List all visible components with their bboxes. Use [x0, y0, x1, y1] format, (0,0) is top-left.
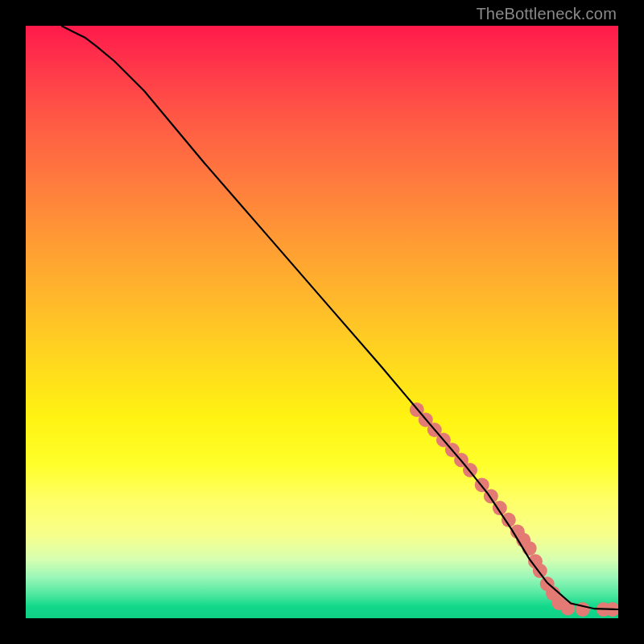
scatter-dot	[502, 513, 516, 527]
scatter-dot	[445, 443, 460, 457]
scatter-dot	[436, 433, 451, 448]
scatter-dot	[605, 602, 618, 617]
scatter-dot	[597, 602, 611, 617]
main-curve	[61, 26, 618, 609]
scatter-dot	[454, 453, 469, 468]
scatter-dot	[522, 541, 537, 555]
scatter-dot	[516, 533, 530, 547]
scatter-dot	[551, 596, 566, 610]
plot-area	[26, 26, 618, 618]
scatter-dot	[546, 586, 560, 601]
scatter-dot	[510, 525, 525, 539]
scatter-dot	[410, 402, 424, 417]
watermark-text: TheBottleneck.com	[476, 5, 617, 23]
scatter-dot	[493, 501, 507, 515]
scatter-dot	[576, 602, 590, 617]
scatter-dot	[427, 423, 442, 437]
scatter-dot	[475, 477, 489, 492]
scatter-dot	[463, 463, 477, 477]
chart-frame: TheBottleneck.com	[0, 0, 644, 644]
scatter-dot	[540, 576, 555, 591]
scatter-dot	[484, 489, 498, 503]
chart-svg	[26, 26, 618, 618]
scatter-dot	[528, 554, 543, 568]
scatter-dot	[560, 601, 575, 616]
scatter-dot	[419, 412, 433, 427]
scatter-dot	[533, 564, 547, 578]
scatter-dots	[410, 402, 618, 617]
